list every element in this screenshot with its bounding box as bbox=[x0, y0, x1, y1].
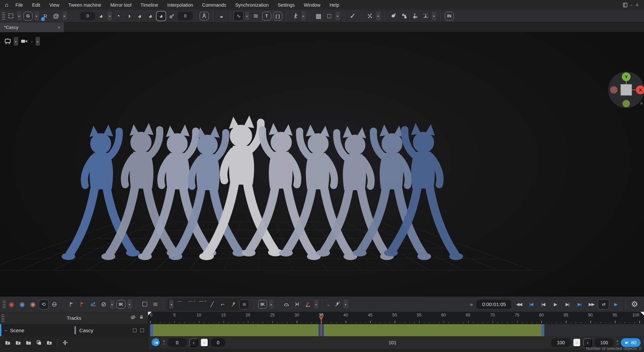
angular-momentum-icon[interactable]: ◉ bbox=[28, 299, 38, 309]
value-spinner[interactable] bbox=[194, 11, 198, 21]
tween-pose-icon[interactable]: ◔ bbox=[113, 11, 123, 21]
interval-edge-marker[interactable] bbox=[150, 324, 153, 336]
corner-mark-icon[interactable]: ∟ bbox=[326, 300, 332, 310]
rig-graph-icon[interactable] bbox=[365, 11, 375, 21]
menu-view[interactable]: View bbox=[49, 2, 59, 8]
chevron-down-icon[interactable]: ⌄ bbox=[30, 39, 33, 44]
value-spinner[interactable] bbox=[75, 11, 79, 21]
track-label-scene[interactable]: Scene bbox=[10, 328, 24, 333]
arrow-left-icon[interactable]: ◂ bbox=[107, 11, 112, 20]
menu-edit[interactable]: Edit bbox=[32, 2, 40, 8]
menu-settings[interactable]: Settings bbox=[278, 2, 295, 8]
chevron-down-icon[interactable]: ⌄ bbox=[630, 3, 633, 7]
gizmo-x-axis[interactable]: X bbox=[636, 85, 644, 94]
gear-icon[interactable]: ⚙ bbox=[631, 300, 638, 309]
lock-icon[interactable] bbox=[635, 3, 639, 7]
no-physics-icon[interactable]: ⊘ bbox=[99, 299, 109, 309]
delete-key-icon[interactable] bbox=[88, 299, 98, 309]
expander-icon[interactable]: ▸ bbox=[344, 300, 348, 309]
selection-frame-icon[interactable] bbox=[140, 299, 150, 309]
camera-frame-icon[interactable]: [ ] bbox=[273, 12, 282, 20]
retime-icon[interactable] bbox=[303, 299, 313, 309]
expander-icon[interactable]: ▸ bbox=[14, 37, 18, 46]
fulcrum-icon[interactable] bbox=[66, 299, 77, 309]
expander-icon[interactable]: ▸ bbox=[17, 11, 21, 20]
expander-icon[interactable]: ▸ bbox=[245, 11, 249, 20]
menu-commands[interactable]: Commands bbox=[202, 2, 226, 8]
menu-help[interactable]: Help bbox=[330, 2, 339, 8]
tween-pose-icon[interactable]: ◕ bbox=[135, 11, 145, 21]
tween-pose-icon[interactable]: ◑ bbox=[124, 11, 134, 21]
circle-minus-icon[interactable]: ⊖ bbox=[49, 299, 59, 309]
pin-a-icon[interactable]: A bbox=[332, 299, 342, 309]
expander-icon[interactable]: ▸ bbox=[128, 300, 132, 309]
track-lock-checkbox[interactable] bbox=[140, 329, 144, 332]
next-frame-button[interactable]: ▶| bbox=[561, 299, 573, 309]
character-mode-icon[interactable] bbox=[200, 12, 209, 20]
play-button[interactable]: ▶ bbox=[549, 299, 561, 309]
track-visibility-checkbox[interactable] bbox=[133, 329, 137, 332]
expander-icon[interactable]: ▸ bbox=[432, 11, 436, 20]
prev-frame-button[interactable]: |◀ bbox=[537, 299, 549, 309]
interval-edge-marker[interactable] bbox=[541, 324, 544, 336]
expander-icon[interactable]: ▸ bbox=[376, 11, 381, 20]
rotation-cycle-icon[interactable]: ⟲ bbox=[39, 299, 49, 309]
gizmo-cube[interactable] bbox=[621, 84, 632, 96]
loop-button[interactable]: ⇄ bbox=[598, 299, 609, 309]
value-spinner[interactable]: +− bbox=[163, 340, 165, 345]
jump-end-button[interactable]: ▶| bbox=[574, 299, 585, 309]
in-button[interactable]: IN bbox=[445, 12, 454, 20]
lock-icon[interactable] bbox=[139, 314, 144, 321]
ik-button[interactable]: IK bbox=[258, 300, 267, 309]
center-of-mass-blue-icon[interactable]: ◉ bbox=[17, 299, 27, 309]
expander-icon[interactable]: ▸ bbox=[62, 11, 67, 20]
interp-velocity-icon[interactable]: ⌒v bbox=[186, 299, 196, 309]
expander-icon[interactable]: ▸ bbox=[301, 11, 306, 20]
lock-icon[interactable] bbox=[639, 101, 644, 107]
interp-linear-icon[interactable]: ╱ bbox=[207, 299, 217, 309]
menu-interpolation[interactable]: Interpolation bbox=[167, 2, 193, 8]
rewind-button[interactable]: ◀◀ bbox=[513, 299, 525, 309]
jump-start-button[interactable]: |◀ bbox=[525, 299, 537, 309]
layout-panels-icon[interactable] bbox=[623, 2, 628, 8]
tween-key-icon[interactable]: ◕ bbox=[96, 11, 106, 21]
ghost-toggle-button[interactable]: G bbox=[23, 12, 33, 20]
interp-step-icon[interactable]: ⌐ bbox=[218, 299, 228, 309]
tab-cascy[interactable]: *Cascy × bbox=[0, 22, 64, 32]
interval-edit-icon[interactable] bbox=[420, 11, 431, 21]
playhead-line[interactable] bbox=[321, 324, 321, 336]
animation-runner-icon[interactable] bbox=[290, 11, 300, 21]
interp-continuous-icon[interactable]: ⌒c bbox=[196, 299, 206, 309]
more-tools-icon[interactable]: » bbox=[470, 301, 472, 307]
menu-file[interactable]: File bbox=[15, 2, 23, 8]
interp-bezier-icon[interactable]: ⌒ bbox=[175, 299, 185, 309]
tween-value-field[interactable]: 0 bbox=[80, 12, 95, 20]
tween-pose-icon[interactable]: ◕ bbox=[156, 11, 166, 21]
pivot-sphere-icon[interactable]: ◒ bbox=[216, 11, 227, 21]
camera-icon[interactable] bbox=[20, 38, 28, 45]
orientation-gizmo[interactable]: Y X bbox=[608, 72, 644, 108]
center-of-mass-icon[interactable]: ◉ bbox=[6, 299, 16, 309]
home-icon[interactable]: ⌂ bbox=[0, 2, 13, 8]
expander-icon[interactable]: ▸ bbox=[36, 37, 40, 46]
expander-icon[interactable]: ▸ bbox=[314, 300, 318, 309]
fixed-pin-icon[interactable] bbox=[229, 299, 239, 309]
key-small-icon[interactable] bbox=[167, 11, 177, 21]
interp-wave-active-icon[interactable]: ≋ bbox=[239, 299, 249, 309]
close-icon[interactable]: × bbox=[58, 25, 60, 30]
collapse-icon[interactable]: − bbox=[4, 328, 7, 333]
presentation-board-icon[interactable] bbox=[4, 38, 11, 45]
eye-off-icon[interactable] bbox=[130, 314, 136, 321]
interpolation-wave-icon[interactable]: ≋ bbox=[150, 299, 160, 309]
validate-icon[interactable]: ✓ bbox=[348, 11, 358, 21]
drag-grip[interactable] bbox=[1, 314, 4, 322]
tween-pose-icon[interactable]: ◕ bbox=[145, 11, 155, 21]
menu-timeline[interactable]: Timeline bbox=[141, 2, 158, 8]
frame-box-icon[interactable]: □ bbox=[324, 11, 334, 21]
character-pose-icon[interactable] bbox=[410, 11, 420, 21]
footsteps-lock-icon[interactable] bbox=[399, 11, 409, 21]
ik-secondary-button[interactable]: IK bbox=[116, 300, 126, 309]
spiral-tool-icon[interactable]: @ bbox=[51, 11, 61, 21]
expander-icon[interactable]: ▸ bbox=[35, 11, 39, 20]
drag-grip[interactable] bbox=[2, 12, 5, 20]
